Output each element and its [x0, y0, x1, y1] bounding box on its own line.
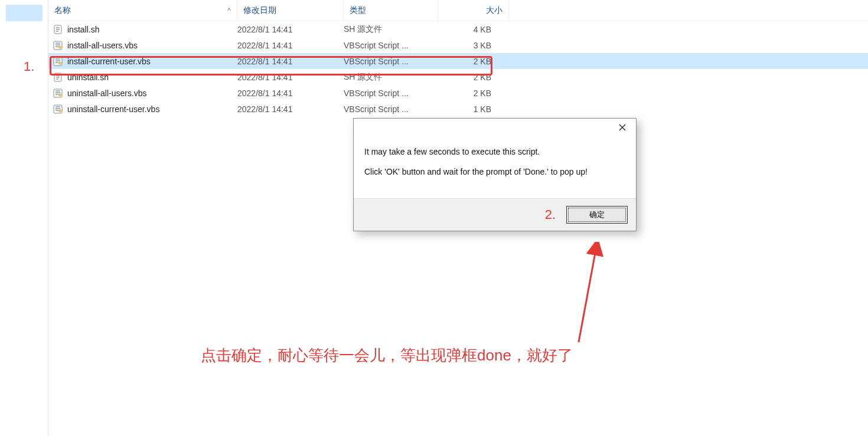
file-name-cell: uninstall-current-user.vbs [52, 101, 237, 117]
dialog-close-button[interactable] [609, 119, 636, 136]
file-list: install.sh2022/8/1 14:41SH 源文件4 KBinstal… [48, 21, 868, 117]
svg-rect-1 [54, 41, 62, 50]
dialog-ok-button[interactable]: 确定 [566, 206, 628, 224]
file-row[interactable]: uninstall-all-users.vbs2022/8/1 14:41VBS… [48, 85, 868, 101]
file-name: install-all-users.vbs [67, 41, 138, 50]
file-date: 2022/8/1 14:41 [237, 53, 344, 69]
svg-point-7 [59, 94, 61, 96]
svg-rect-8 [54, 105, 62, 113]
file-size: 1 KB [438, 101, 491, 117]
header-type[interactable]: 类型 [344, 0, 438, 21]
file-type: VBScript Script ... [344, 37, 438, 53]
file-size: 2 KB [438, 85, 491, 101]
header-name-label: 名称 [54, 5, 71, 16]
vbscript-file-icon [52, 55, 64, 67]
file-date: 2022/8/1 14:41 [237, 37, 344, 53]
file-type: VBScript Script ... [344, 85, 438, 101]
dialog-footer: 2. 确定 [354, 198, 636, 231]
file-name-cell: uninstall-all-users.vbs [52, 85, 237, 101]
file-row[interactable]: install-all-users.vbs2022/8/1 14:41VBScr… [48, 37, 868, 53]
file-date: 2022/8/1 14:41 [237, 101, 344, 117]
file-name-cell: install.sh [52, 21, 237, 37]
header-date-label: 修改日期 [243, 5, 276, 16]
dialog-body: It may take a few seconds to execute thi… [354, 140, 636, 198]
file-size: 2 KB [438, 53, 491, 69]
vbscript-file-icon [52, 103, 64, 115]
vbscript-file-icon [52, 40, 64, 51]
file-name-cell: uninstall.sh [52, 69, 237, 85]
file-name: uninstall-all-users.vbs [67, 88, 147, 98]
file-type: SH 源文件 [344, 21, 438, 37]
header-date[interactable]: 修改日期 [237, 0, 344, 21]
file-name: uninstall.sh [67, 73, 109, 82]
header-size[interactable]: 大小 [438, 0, 509, 21]
close-icon [618, 123, 627, 132]
file-date: 2022/8/1 14:41 [237, 69, 344, 85]
annotation-caption: 点击确定，耐心等待一会儿，等出现弹框done，就好了 [201, 345, 573, 366]
file-name-cell: install-current-user.vbs [52, 53, 237, 69]
file-size: 2 KB [438, 69, 491, 85]
file-row[interactable]: uninstall-current-user.vbs2022/8/1 14:41… [48, 101, 868, 117]
message-dialog: It may take a few seconds to execute thi… [353, 118, 637, 231]
file-size: 4 KB [438, 21, 491, 37]
header-type-label: 类型 [350, 5, 366, 16]
svg-rect-3 [54, 57, 62, 65]
nav-selected-item[interactable] [6, 5, 43, 21]
file-row[interactable]: install-current-user.vbs2022/8/1 14:41VB… [48, 53, 868, 69]
dialog-titlebar [354, 119, 636, 140]
header-name[interactable]: 名称 ^ [48, 0, 237, 21]
svg-rect-6 [54, 89, 62, 97]
sort-indicator-icon: ^ [227, 6, 231, 15]
file-row[interactable]: install.sh2022/8/1 14:41SH 源文件4 KB [48, 21, 868, 37]
dialog-text-line2: Click 'OK' button and wait for the promp… [364, 162, 625, 182]
vbscript-file-icon [52, 87, 64, 99]
file-type: VBScript Script ... [344, 53, 438, 69]
annotation-step-2: 2. [545, 207, 556, 222]
file-name: uninstall-current-user.vbs [67, 104, 159, 114]
svg-point-2 [59, 46, 61, 48]
file-type: SH 源文件 [344, 69, 438, 85]
file-type: VBScript Script ... [344, 101, 438, 117]
file-name-cell: install-all-users.vbs [52, 37, 237, 53]
file-name: install-current-user.vbs [67, 57, 151, 66]
column-headers: 名称 ^ 修改日期 类型 大小 [48, 0, 868, 21]
file-name: install.sh [67, 25, 99, 34]
svg-point-9 [59, 110, 61, 112]
header-size-label: 大小 [486, 5, 502, 16]
sh-file-icon [52, 24, 64, 35]
sh-file-icon [52, 71, 64, 83]
file-row[interactable]: uninstall.sh2022/8/1 14:41SH 源文件2 KB [48, 69, 868, 85]
dialog-text-line1: It may take a few seconds to execute thi… [364, 142, 625, 162]
svg-point-4 [59, 62, 61, 64]
file-date: 2022/8/1 14:41 [237, 21, 344, 37]
file-size: 3 KB [438, 37, 491, 53]
annotation-step-1: 1. [24, 59, 34, 74]
file-date: 2022/8/1 14:41 [237, 85, 344, 101]
